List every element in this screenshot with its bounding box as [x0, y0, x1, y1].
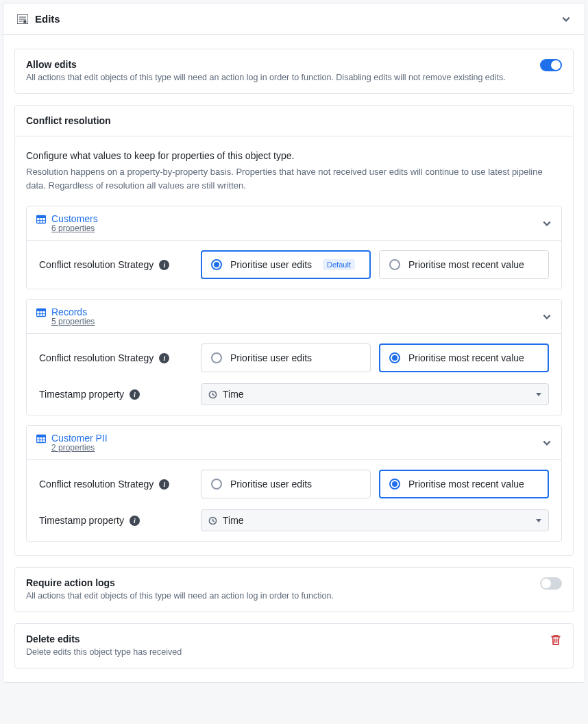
option-most-recent-label: Prioritise most recent value [408, 259, 524, 270]
allow-edits-title: Allow edits [26, 59, 506, 70]
strategy-label: Conflict resolution Strategy [39, 479, 154, 490]
option-most-recent[interactable]: Prioritise most recent value [379, 470, 549, 498]
allow-edits-desc: All actions that edit objects of this ty… [26, 71, 506, 84]
radio-icon [389, 352, 400, 363]
trash-icon[interactable] [550, 634, 562, 646]
dataset-records-header[interactable]: Records 5 properties [27, 300, 561, 334]
option-user-edits[interactable]: Prioritise user edits Default [201, 250, 371, 279]
clock-icon [208, 390, 217, 399]
strategy-label: Conflict resolution Strategy [39, 259, 154, 270]
timestamp-value: Time [223, 389, 244, 400]
table-icon [36, 308, 46, 317]
edits-icon [17, 14, 28, 24]
panel-header[interactable]: Edits [3, 3, 585, 35]
delete-edits-card: Delete edits Delete edits this object ty… [14, 623, 574, 668]
info-icon[interactable]: i [159, 260, 169, 270]
dataset-customers-header[interactable]: Customers 6 properties [27, 206, 561, 241]
dataset-pii: Customer PII 2 properties Conflict resol… [26, 425, 562, 542]
panel-title: Edits [35, 13, 60, 25]
conflict-title: Conflict resolution [15, 106, 573, 136]
option-user-edits[interactable]: Prioritise user edits [201, 470, 371, 498]
dataset-customers: Customers 6 properties Conflict resoluti… [26, 206, 562, 289]
require-logs-toggle[interactable] [540, 577, 562, 590]
dataset-pii-header[interactable]: Customer PII 2 properties [27, 426, 561, 460]
strategy-label: Conflict resolution Strategy [39, 352, 154, 363]
timestamp-label: Timestamp property [39, 515, 124, 526]
option-user-edits-label: Prioritise user edits [230, 479, 312, 490]
option-most-recent[interactable]: Prioritise most recent value [379, 250, 549, 279]
caret-down-icon [536, 519, 541, 522]
radio-icon [211, 352, 222, 363]
svg-rect-11 [37, 309, 46, 312]
conflict-intro-primary: Configure what values to keep for proper… [26, 150, 562, 161]
info-icon[interactable]: i [130, 516, 140, 526]
dataset-records-name[interactable]: Records [51, 306, 95, 317]
svg-rect-17 [37, 435, 46, 438]
radio-icon [211, 259, 222, 270]
allow-edits-card: Allow edits All actions that edit object… [14, 49, 574, 94]
dataset-customers-props[interactable]: 6 properties [51, 224, 98, 233]
dataset-pii-props[interactable]: 2 properties [51, 443, 108, 452]
chevron-down-icon [542, 438, 552, 448]
delete-edits-title: Delete edits [26, 634, 182, 644]
option-user-edits-label: Prioritise user edits [230, 259, 312, 270]
require-logs-title: Require action logs [26, 577, 334, 588]
option-most-recent-label: Prioritise most recent value [408, 352, 524, 363]
timestamp-value: Time [223, 515, 244, 526]
table-icon [36, 215, 46, 224]
timestamp-select[interactable]: Time [201, 383, 549, 405]
radio-icon [389, 479, 400, 490]
conflict-intro-secondary: Resolution happens on a property-by-prop… [26, 165, 562, 192]
info-icon[interactable]: i [159, 479, 169, 490]
timestamp-label: Timestamp property [39, 389, 124, 400]
conflict-resolution-card: Conflict resolution Configure what value… [14, 105, 574, 556]
option-most-recent-label: Prioritise most recent value [408, 479, 524, 490]
dataset-customers-name[interactable]: Customers [51, 213, 98, 224]
caret-down-icon [536, 393, 541, 396]
info-icon[interactable]: i [130, 389, 140, 400]
option-user-edits-label: Prioritise user edits [230, 352, 312, 363]
default-badge: Default [323, 259, 355, 270]
timestamp-select[interactable]: Time [201, 509, 549, 531]
svg-rect-6 [37, 216, 46, 219]
dataset-pii-name[interactable]: Customer PII [51, 433, 108, 444]
chevron-down-icon [561, 14, 571, 24]
svg-rect-4 [23, 20, 26, 23]
option-most-recent[interactable]: Prioritise most recent value [379, 343, 549, 372]
edits-panel: Edits Allow edits All actions that edit … [3, 3, 585, 683]
table-icon [36, 434, 46, 444]
require-logs-card: Require action logs All actions that edi… [14, 567, 574, 612]
radio-icon [389, 259, 400, 270]
delete-edits-desc: Delete edits this object type has receiv… [26, 646, 182, 658]
require-logs-desc: All actions that edit objects of this ty… [26, 590, 334, 602]
info-icon[interactable]: i [159, 353, 169, 363]
option-user-edits[interactable]: Prioritise user edits [201, 343, 371, 372]
clock-icon [208, 516, 217, 525]
radio-icon [211, 479, 222, 490]
dataset-records: Records 5 properties Conflict resolution… [26, 299, 562, 415]
chevron-down-icon [542, 312, 552, 322]
allow-edits-toggle[interactable] [540, 59, 562, 71]
dataset-records-props[interactable]: 5 properties [51, 317, 95, 326]
chevron-down-icon [542, 219, 552, 228]
